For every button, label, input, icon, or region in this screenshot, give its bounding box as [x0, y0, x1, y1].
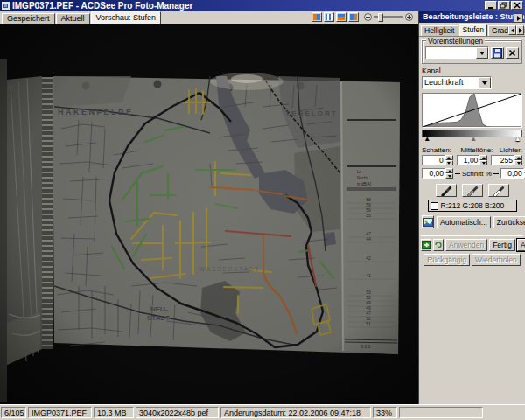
- auto-levels-button[interactable]: Automatisch...: [437, 216, 491, 228]
- preview-tab-strip: Gespeichert Aktuell Vorschau: Stufen: [0, 11, 418, 24]
- status-bar: 6/105 IMGP0371.PEF 10,3 MB 3040x2022x48b…: [0, 404, 525, 420]
- shadows-value[interactable]: 0: [422, 155, 445, 165]
- clip-high-value[interactable]: 0,00: [500, 168, 524, 178]
- sample-color-swatch: [430, 202, 438, 210]
- view-mode-single-button[interactable]: [312, 12, 322, 22]
- black-eyedropper-icon: [440, 185, 452, 196]
- shadows-label: Schatten:: [422, 146, 460, 154]
- dropdown-arrow-icon[interactable]: [479, 77, 491, 88]
- clip-low-down-button[interactable]: [445, 173, 453, 178]
- eyedropper-row: [419, 184, 525, 197]
- zoom-in-button[interactable]: [405, 13, 413, 21]
- collapse-arrow-icon: [517, 16, 521, 21]
- shadows-slider-handle[interactable]: ▲: [424, 136, 430, 143]
- panel-collapse-button[interactable]: [514, 13, 523, 23]
- app-icon: [2, 2, 10, 10]
- dropdown-arrow-icon[interactable]: [476, 47, 488, 59]
- status-empty-cell: [399, 407, 483, 418]
- highlights-spinner[interactable]: 255: [491, 155, 522, 165]
- channel-value: Leuchtkraft: [423, 77, 479, 88]
- application-window: IMGP0371.PEF - ACDSee Pro Foto-Manager G…: [0, 0, 525, 420]
- clip-high-spinner[interactable]: 0,00: [500, 168, 525, 178]
- preview-image-toggle-button[interactable]: [422, 215, 434, 228]
- tab-scroll-right-button[interactable]: [516, 25, 524, 35]
- window-title: IMGP0371.PEF - ACDSee Pro Foto-Manager: [12, 1, 192, 10]
- midtones-slider-handle[interactable]: ▲: [470, 136, 477, 143]
- midtones-value[interactable]: 1,00: [457, 155, 480, 165]
- reset-button[interactable]: Zurücksetzen: [494, 216, 525, 228]
- highlights-slider-handle[interactable]: ▲: [514, 136, 522, 143]
- arrow-left-icon: [511, 28, 514, 33]
- rgb-values: R:212 G:208 B:200: [441, 201, 505, 210]
- edit-panel: Bearbeitungsleiste : Stufen Helligkeit S…: [418, 11, 525, 404]
- highlights-value[interactable]: 255: [491, 155, 514, 165]
- restore-button[interactable]: [498, 1, 510, 10]
- highlights-label: Lichter:: [500, 146, 522, 154]
- tab-scroll-left-button[interactable]: [508, 25, 516, 35]
- vertical-split-icon: [350, 14, 357, 20]
- view-mode-vertical-button[interactable]: [348, 12, 359, 22]
- shadows-spinner[interactable]: 0: [422, 155, 453, 165]
- zoom-slider: [364, 13, 413, 21]
- title-bar: IMGP0371.PEF - ACDSee Pro Foto-Manager: [0, 0, 525, 11]
- view-mode-split-button[interactable]: [324, 12, 334, 22]
- gray-eyedropper-icon: [466, 185, 479, 196]
- gray-point-eyedropper-button[interactable]: [462, 184, 483, 197]
- edit-panel-tabs: Helligkeit Stufen Gradationskurven: [419, 23, 525, 37]
- tab-levels[interactable]: Stufen: [459, 24, 488, 36]
- status-filesize: 10,3 MB: [94, 407, 134, 418]
- refresh-settings-icon-button[interactable]: [433, 239, 444, 251]
- zoom-out-button[interactable]: [364, 13, 372, 21]
- white-point-eyedropper-button[interactable]: [488, 184, 509, 197]
- horizontal-split-icon: [338, 14, 345, 20]
- undo-button[interactable]: Rückgängig: [424, 254, 470, 266]
- channel-label: Kanal: [422, 66, 522, 75]
- tab-saved[interactable]: Gespeichert: [2, 13, 55, 24]
- tab-preview-levels[interactable]: Vorschau: Stufen: [91, 11, 162, 24]
- black-point-eyedropper-button[interactable]: [436, 184, 457, 197]
- status-filename: IMGP0371.PEF: [28, 407, 92, 418]
- picture-icon: [423, 218, 433, 227]
- clip-label: Schnitt %: [462, 170, 492, 178]
- midtones-down-button[interactable]: [480, 160, 487, 165]
- clip-low-value[interactable]: 0,00: [422, 168, 445, 178]
- tab-brightness[interactable]: Helligkeit: [421, 25, 458, 36]
- done-button[interactable]: Fertig: [489, 239, 515, 251]
- minimize-button[interactable]: [485, 1, 497, 10]
- status-modified-date: Änderungsdatum: 22.02.2006 09:47:18: [220, 407, 371, 418]
- circular-arrows-icon: [434, 241, 443, 249]
- edit-panel-title: Bearbeitungsleiste : Stufen: [423, 12, 525, 21]
- zoom-slider-track[interactable]: [374, 16, 403, 18]
- clip-low-spinner[interactable]: 0,00: [422, 168, 453, 178]
- channel-dropdown[interactable]: Leuchtkraft: [422, 76, 492, 89]
- channel-group: Kanal Leuchtkraft: [422, 66, 522, 89]
- cancel-button[interactable]: Abbrechen: [517, 239, 525, 251]
- view-mode-horizontal-button[interactable]: [336, 12, 346, 22]
- close-button[interactable]: [511, 1, 523, 10]
- apply-settings-icon-button[interactable]: [421, 239, 431, 251]
- save-preset-button[interactable]: [491, 47, 504, 59]
- histogram-display: [422, 93, 522, 128]
- white-eyedropper-icon: [493, 185, 505, 196]
- redo-button[interactable]: Wiederholen: [472, 254, 521, 266]
- midtones-spinner[interactable]: 1,00: [457, 155, 488, 165]
- presets-dropdown[interactable]: [425, 46, 489, 60]
- image-preview-area[interactable]: HAKENFELDE TEGELORT NEU- STADT WASSERSTA…: [0, 24, 418, 404]
- delete-preset-button[interactable]: [506, 47, 519, 59]
- photo-vignette: [0, 24, 418, 404]
- photo-of-map: HAKENFELDE TEGELORT NEU- STADT WASSERSTA…: [0, 24, 418, 404]
- presets-value: [426, 47, 476, 59]
- highlights-down-button[interactable]: [514, 160, 522, 165]
- edit-panel-header: Bearbeitungsleiste : Stufen: [419, 11, 525, 23]
- apply-button[interactable]: Anwenden: [445, 239, 487, 251]
- tab-current[interactable]: Aktuell: [56, 13, 90, 24]
- presets-group: Voreinstellungen: [422, 40, 522, 64]
- zoom-slider-thumb[interactable]: [378, 13, 383, 22]
- preview-toolbar: [312, 12, 413, 22]
- shadows-down-button[interactable]: [445, 160, 453, 165]
- status-index: 6/105: [1, 407, 26, 418]
- green-arrow-icon: [422, 241, 430, 249]
- single-view-icon: [313, 14, 320, 20]
- status-dimensions: 3040x2022x48b pef: [136, 407, 219, 418]
- presets-label: Voreinstellungen: [426, 37, 485, 46]
